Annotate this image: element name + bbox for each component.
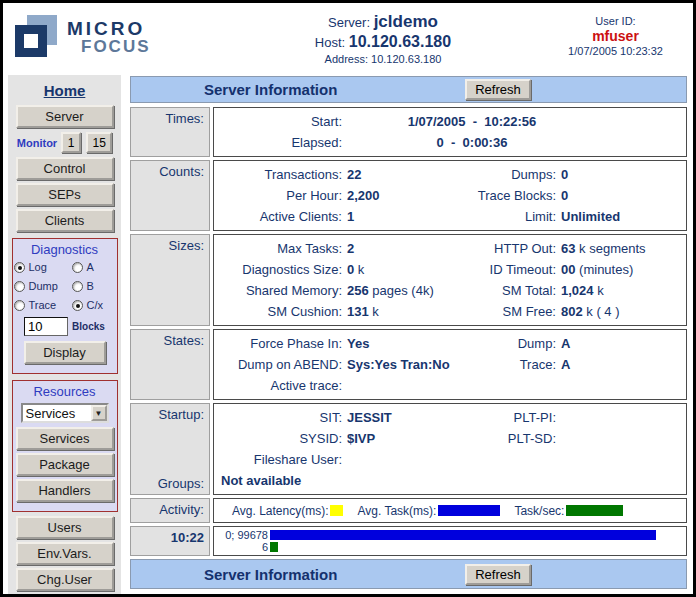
handlers-button[interactable]: Handlers <box>16 479 114 502</box>
blocks-input[interactable] <box>24 317 68 336</box>
resources-select[interactable]: Services ▼ <box>21 403 109 423</box>
per-hour-label: Per Hour: <box>214 188 342 203</box>
states-row: States: Force Phase In:Yes Dump:A Dump o… <box>130 329 687 400</box>
server-button[interactable]: Server <box>16 105 114 128</box>
timeline-task-bar <box>270 530 656 540</box>
server-information-panel: Server Information Refresh Times: Start:… <box>130 75 687 594</box>
radio-option-trace[interactable]: Trace <box>14 299 72 311</box>
trace-blocks-value: 0 <box>561 188 568 203</box>
refresh-button-bottom[interactable]: Refresh <box>465 564 531 585</box>
transactions-label: Transactions: <box>214 167 342 182</box>
radio-option-b[interactable]: B <box>72 280 116 292</box>
radio-option-log[interactable]: Log <box>14 261 72 273</box>
transactions-value: 22 <box>347 167 361 182</box>
timeline-taskpersec-value: 6 <box>214 541 268 553</box>
shared-memory-label: Shared Memory: <box>214 283 342 298</box>
sysid-label: SYSID: <box>214 431 342 446</box>
fileshare-user-label: Fileshare User: <box>214 452 342 467</box>
radio-option-a[interactable]: A <box>72 261 116 273</box>
per-hour-value: 2,200 <box>347 188 380 203</box>
state-trace-label: Trace: <box>462 357 556 372</box>
log-radio[interactable] <box>14 262 25 273</box>
logo-text-micro: MICRO <box>67 19 151 38</box>
counts-row: Counts: Transactions:22 Dumps:0 Per Hour… <box>130 160 687 231</box>
panel-title-bottom: Server Information <box>204 566 337 583</box>
sit-label: SIT: <box>214 410 342 425</box>
timeline-series-task: 0; 99678 <box>214 529 686 541</box>
start-value: 1/07/2005 - 10:22:56 <box>347 114 597 129</box>
diagnostics-group: Diagnostics Log A Dump <box>12 238 118 374</box>
active-clients-label: Active Clients: <box>214 209 342 224</box>
home-link[interactable]: Home <box>44 82 86 99</box>
a-radio[interactable] <box>72 262 83 273</box>
startup-row-label: Startup: <box>131 407 204 422</box>
seps-button[interactable]: SEPs <box>16 183 114 206</box>
sm-cushion-value: 131 <box>347 304 369 319</box>
state-dump-label: Dump: <box>462 336 556 351</box>
user-id-label: User ID: <box>538 15 693 27</box>
elapsed-label: Elapsed: <box>214 135 342 150</box>
trace-radio[interactable] <box>14 300 25 311</box>
user-id-value: mfuser <box>538 28 693 44</box>
radio-option-cx[interactable]: C/x <box>72 299 116 311</box>
envvars-button[interactable]: Env.Vars. <box>16 542 114 565</box>
host-value: 10.120.63.180 <box>349 33 451 50</box>
diagnostics-size-value: 0 <box>347 262 354 277</box>
trace-blocks-label: Trace Blocks: <box>462 188 556 203</box>
sm-cushion-label: SM Cushion: <box>214 304 342 319</box>
id-timeout-value: 00 <box>561 262 575 277</box>
panel-footer-band: Server Information Refresh <box>130 559 687 589</box>
max-tasks-value: 2 <box>347 241 354 256</box>
activity-row: Activity: Avg. Latency(ms): Avg. Task(ms… <box>130 498 687 523</box>
clients-button[interactable]: Clients <box>16 209 114 232</box>
diagnostics-title: Diagnostics <box>13 242 117 257</box>
sm-free-label: SM Free: <box>462 304 556 319</box>
resources-title: Resources <box>13 384 117 399</box>
server-identity: Server: jcldemo Host: 10.120.63.180 Addr… <box>228 3 538 75</box>
task-swatch <box>438 505 500 516</box>
logo-text-focus: FOCUS <box>81 38 151 55</box>
package-button[interactable]: Package <box>16 453 114 476</box>
monitor-15-button[interactable]: 15 <box>86 132 112 153</box>
task-per-sec-swatch <box>566 505 623 516</box>
sidebar: Home Server Monitor 1 15 Control SEPs Cl… <box>8 75 121 594</box>
state-trace-value: A <box>561 357 570 372</box>
users-button[interactable]: Users <box>16 516 114 539</box>
b-radio[interactable] <box>72 281 83 292</box>
shared-memory-value: 256 <box>347 283 369 298</box>
monitor-controls: Monitor 1 15 <box>8 132 121 153</box>
groups-row-label: Groups: <box>131 476 204 491</box>
http-out-label: HTTP Out: <box>462 241 556 256</box>
active-trace-label: Active trace: <box>214 378 342 393</box>
server-label: Server: <box>328 15 370 30</box>
max-tasks-label: Max Tasks: <box>214 241 342 256</box>
blocks-control: Blocks <box>13 317 117 336</box>
plt-sd-label: PLT-SD: <box>462 431 556 446</box>
http-out-value: 63 <box>561 241 575 256</box>
legend-avg-latency: Avg. Latency(ms): <box>232 504 343 518</box>
dump-radio[interactable] <box>14 281 25 292</box>
radio-option-dump[interactable]: Dump <box>14 280 72 292</box>
times-row: Times: Start:1/07/2005 - 10:22:56 Elapse… <box>130 107 687 157</box>
id-timeout-label: ID Timeout: <box>462 262 556 277</box>
times-row-label: Times: <box>130 107 210 157</box>
chguser-button[interactable]: Chg.User <box>16 568 114 591</box>
monitor-1-button[interactable]: 1 <box>61 132 81 153</box>
services-button[interactable]: Services <box>16 427 114 450</box>
chevron-down-icon[interactable]: ▼ <box>91 405 107 421</box>
panel-title: Server Information <box>204 81 337 98</box>
resources-select-value: Services <box>23 405 91 421</box>
panel-header-band: Server Information Refresh <box>130 76 687 103</box>
state-dump-value: A <box>561 336 570 351</box>
timeline-taskpersec-bar <box>270 542 278 552</box>
monitor-label: Monitor <box>17 137 57 149</box>
header-timestamp: 1/07/2005 10:23:32 <box>538 45 693 57</box>
dumps-label: Dumps: <box>462 167 556 182</box>
display-button[interactable]: Display <box>24 341 106 364</box>
control-button[interactable]: Control <box>16 157 114 180</box>
resources-group: Resources Services ▼ Services Package Ha… <box>12 380 118 512</box>
refresh-button-top[interactable]: Refresh <box>465 79 531 100</box>
activity-row-label: Activity: <box>130 498 210 523</box>
cx-radio[interactable] <box>72 300 83 311</box>
address-value: 10.120.63.180 <box>371 53 441 65</box>
